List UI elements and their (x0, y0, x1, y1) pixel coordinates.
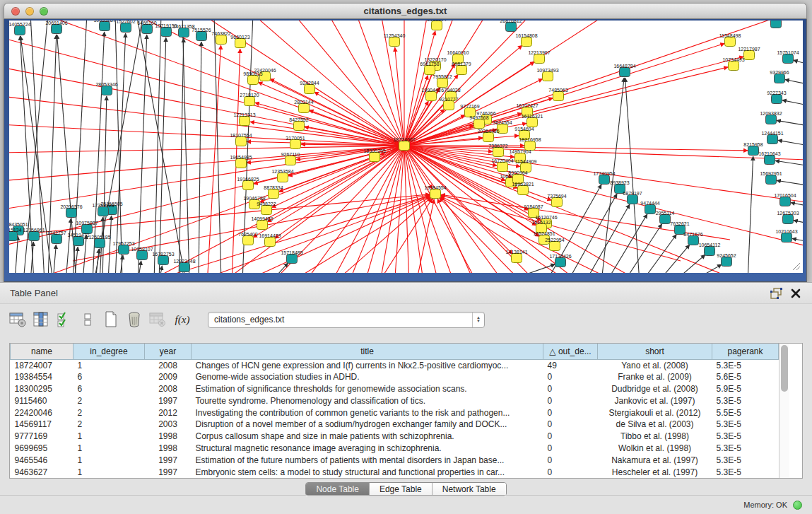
graph-node[interactable]: 20364486 (477, 129, 499, 142)
graph-edge[interactable] (794, 221, 803, 228)
column-header-pagerank[interactable]: pagerank (712, 344, 779, 359)
graph-node[interactable]: 10973493 (536, 68, 558, 81)
table-row[interactable]: 1872400712008Changes of HCN gene express… (11, 359, 779, 371)
graph-edge[interactable] (404, 146, 803, 273)
column-header-short[interactable]: short (598, 344, 712, 359)
tab-node-table[interactable]: Node Table (306, 483, 370, 496)
column-header-name[interactable]: name (11, 344, 73, 359)
graph-node[interactable]: 12923448 (173, 259, 195, 272)
window-titlebar[interactable]: citations_edges.txt (4, 3, 807, 19)
graph-node[interactable]: 8878334 (264, 185, 283, 199)
graph-node[interactable]: 28053346 (95, 82, 117, 95)
resize-grip[interactable] (791, 261, 801, 271)
graph-node[interactable]: 17016504 (774, 193, 796, 206)
graph-edge[interactable] (404, 146, 433, 189)
graph-edge[interactable] (691, 264, 722, 273)
graph-node[interactable]: 9329966 (770, 70, 789, 83)
graph-node[interactable]: 12505185 (88, 235, 110, 248)
graph-edge[interactable] (791, 203, 803, 210)
tab-network-table[interactable]: Network Table (433, 483, 506, 496)
graph-edge[interactable] (182, 21, 189, 273)
graph-node[interactable]: 19654985 (230, 155, 252, 168)
graph-node[interactable]: 7625402 (238, 232, 257, 245)
table-row[interactable]: 946362711997Embryonic stem cells: a mode… (11, 466, 779, 478)
graph-edge[interactable] (138, 35, 147, 273)
graph-node[interactable]: 16648784 (613, 64, 635, 77)
graph-node[interactable]: 15692951 (760, 171, 782, 185)
graph-node[interactable]: 18107554 (230, 133, 252, 146)
graph-node[interactable]: 12213967 (528, 50, 550, 64)
graph-edge[interactable] (404, 146, 748, 151)
graph-node[interactable]: 9227343 (767, 90, 786, 104)
rows-icon[interactable] (78, 310, 97, 329)
network-canvas[interactable]: 1405572420691406106532871527602646616010… (9, 21, 803, 273)
graph-node[interactable]: 14055724 (9, 22, 31, 35)
graph-edge[interactable] (777, 180, 803, 189)
graph-edge[interactable] (136, 21, 186, 273)
table-row[interactable]: 911546021997Tourette syndrome. Phenomeno… (11, 395, 779, 407)
graph-node[interactable]: 12675303 (777, 211, 799, 224)
graph-node[interactable]: 12213313 (233, 112, 255, 126)
graph-edge[interactable] (119, 255, 123, 273)
table-row[interactable]: 946554611997Estimation of the future num… (11, 454, 779, 466)
graph-node[interactable]: 26876812 (500, 21, 522, 32)
graph-node[interactable]: 9245652 (717, 253, 736, 267)
new-document-icon[interactable] (102, 310, 120, 329)
float-panel-icon[interactable] (770, 288, 782, 299)
graph-node[interactable]: 6879197 (623, 191, 642, 204)
graph-node[interactable]: 9210777 (439, 97, 458, 110)
graph-node[interactable]: 11254340 (384, 33, 406, 47)
graph-node[interactable]: 14138141 (505, 250, 527, 263)
graph-node[interactable]: 20691406 (45, 21, 67, 34)
graph-node[interactable]: 15751074 (777, 50, 799, 64)
graph-edge[interactable] (404, 21, 734, 146)
graph-edge[interactable] (778, 140, 803, 149)
table-row[interactable]: 2242004622012Investigating the contribut… (11, 407, 779, 419)
column-header-year[interactable]: year (145, 344, 192, 359)
graph-node[interactable]: 10734493 (722, 57, 744, 71)
graph-edge[interactable] (395, 47, 404, 146)
graph-node[interactable]: 12093832 (760, 111, 782, 124)
graph-node[interactable]: 16914479 (259, 233, 281, 247)
graph-node[interactable]: 19187046 (765, 21, 787, 28)
graph-edge[interactable] (404, 71, 433, 146)
graph-edge[interactable] (606, 214, 647, 273)
table-row[interactable]: 969969511998Structural magnetic resonanc… (11, 443, 779, 455)
graph-edge[interactable] (179, 38, 184, 273)
select-checks-icon[interactable] (55, 310, 73, 329)
graph-edge[interactable] (785, 80, 803, 88)
graph-node[interactable]: 10958107 (131, 247, 153, 260)
graph-node[interactable]: 15718485 (281, 250, 302, 264)
graph-node[interactable]: 1527602 (116, 21, 135, 33)
graph-edge[interactable] (314, 92, 404, 146)
graph-edge[interactable] (66, 218, 71, 273)
graph-edge[interactable] (777, 120, 803, 129)
graph-edge[interactable] (404, 146, 803, 273)
column-header-out_de[interactable]: △ out_de... (543, 344, 598, 359)
close-panel-icon[interactable] (791, 288, 801, 298)
graph-node[interactable]: 9242844 (300, 81, 319, 94)
table-row[interactable]: 977716911998Corpus callosum shape and si… (11, 431, 779, 443)
graph-edge[interactable] (673, 255, 705, 273)
graph-node[interactable]: 2718120 (240, 93, 259, 106)
graph-edge[interactable] (404, 146, 803, 273)
table-row[interactable]: 1938455462009Genome-wide association stu… (11, 371, 779, 383)
graph-node[interactable]: 20206576 (60, 204, 82, 218)
graph-edge[interactable] (53, 245, 56, 273)
graph-edge[interactable] (794, 60, 803, 70)
combobox-stepper-icon[interactable]: ▲▼ (472, 313, 484, 327)
graph-edge[interactable] (404, 146, 803, 273)
graph-edge[interactable] (95, 249, 99, 273)
column-header-title[interactable]: title (192, 344, 543, 359)
graph-edge[interactable] (245, 21, 404, 146)
table-scrollbar[interactable] (779, 344, 789, 478)
function-builder-icon[interactable]: f(x) (172, 314, 193, 326)
graph-edge[interactable] (207, 45, 221, 273)
graph-edge[interactable] (404, 146, 803, 273)
table-scrollbar-thumb[interactable] (781, 345, 788, 392)
graph-edge[interactable] (404, 146, 803, 273)
graph-edge[interactable] (775, 160, 803, 169)
graph-node[interactable]: 16116321 (522, 114, 543, 127)
table-select-combobox[interactable]: citations_edges.txt ▲▼ (208, 312, 485, 328)
table-column-icon[interactable] (32, 310, 50, 329)
